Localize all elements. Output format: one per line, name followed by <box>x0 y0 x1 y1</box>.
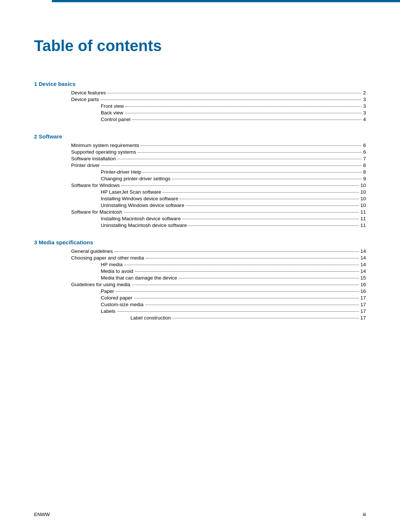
toc-entry-text: Minimum system requirements <box>71 143 139 148</box>
toc-dots <box>117 311 359 312</box>
toc-entry-text: Uninstalling Macintosh device software <box>101 222 187 228</box>
toc-entry: Colored paper17 <box>34 295 366 301</box>
toc-dots <box>125 113 362 113</box>
toc-entry: Media to avoid14 <box>34 268 366 274</box>
toc-page-number: 8 <box>363 169 366 175</box>
top-border-decoration <box>52 0 400 2</box>
toc-entry: Software installation7 <box>34 156 366 161</box>
toc-entry: Labels17 <box>34 308 366 314</box>
toc-entry-text: Back view <box>101 110 123 116</box>
toc-entry: Software for Macintosh11 <box>34 209 366 215</box>
toc-page-number: 10 <box>360 189 366 195</box>
footer-left: ENWW <box>34 512 50 517</box>
toc-entry-text: Installing Windows device software <box>101 196 178 201</box>
toc-entry: Minimum system requirements6 <box>34 143 366 148</box>
toc-dots <box>143 172 362 173</box>
toc-entry-text: Supported operating systems <box>71 149 136 155</box>
toc-entry: Custom-size media17 <box>34 302 366 307</box>
toc-page-number: 14 <box>360 255 366 261</box>
toc-page-number: 9 <box>363 176 366 181</box>
toc-page-number: 14 <box>360 268 366 274</box>
toc-page-number: 3 <box>363 110 366 116</box>
toc-dots <box>124 212 359 213</box>
toc-page-number: 11 <box>360 216 366 221</box>
toc-dots <box>182 219 359 219</box>
toc-dots <box>173 318 359 318</box>
toc-page-number: 8 <box>363 163 366 168</box>
toc-page-number: 10 <box>360 196 366 201</box>
toc-entry-text: Printer-driver Help <box>101 169 141 175</box>
toc-entry-text: General guidelines <box>71 248 113 254</box>
toc-entry-text: Guidelines for using media <box>71 282 130 287</box>
toc-entry: Printer driver8 <box>34 163 366 168</box>
toc-dots <box>163 192 359 193</box>
toc-dots <box>186 205 359 206</box>
toc-entry: Supported operating systems6 <box>34 149 366 155</box>
toc-dots <box>189 225 359 226</box>
toc-entry-text: Custom-size media <box>101 302 144 307</box>
toc-page-number: 11 <box>360 209 366 215</box>
toc-entry-text: Control panel <box>101 117 130 122</box>
toc-dots <box>146 258 359 258</box>
section-1: 1 Device basicsDevice features2Device pa… <box>34 81 366 122</box>
toc-entry: Control panel4 <box>34 117 366 122</box>
toc-entry-text: Software for Windows <box>71 183 120 188</box>
toc-entry-text: Label construction <box>130 315 171 321</box>
page: Table of contents 1 Device basicsDevice … <box>0 0 400 532</box>
toc-entry-text: Software installation <box>71 156 116 161</box>
toc-entry-text: Front view <box>101 103 124 109</box>
toc-page-number: 14 <box>360 248 366 254</box>
toc-dots <box>179 278 359 278</box>
footer-right: iii <box>363 512 366 517</box>
toc-dots <box>180 199 359 199</box>
toc-page-number: 16 <box>360 288 366 294</box>
toc-page-number: 2 <box>363 90 366 96</box>
toc-entry-text: Device features <box>71 90 106 96</box>
toc-entry: Printer-driver Help8 <box>34 169 366 175</box>
toc-dots <box>101 165 361 166</box>
toc-page-number: 11 <box>360 222 366 228</box>
section-header-2: 2 Software <box>34 133 366 140</box>
toc-entry: Device features2 <box>34 90 366 96</box>
toc-entry-text: Colored paper <box>101 295 133 301</box>
toc-page-number: 4 <box>363 117 366 122</box>
toc-dots <box>145 305 359 305</box>
toc-entry-text: Paper <box>101 288 114 294</box>
toc-entry-text: Printer driver <box>71 163 100 168</box>
toc-page-number: 16 <box>360 282 366 287</box>
toc-dots <box>134 298 359 298</box>
toc-container: 1 Device basicsDevice features2Device pa… <box>34 81 366 321</box>
toc-page-number: 3 <box>363 97 366 102</box>
toc-dots <box>114 251 359 252</box>
toc-dots <box>172 179 361 179</box>
toc-page-number: 3 <box>363 103 366 109</box>
toc-page-number: 17 <box>360 302 366 307</box>
toc-dots <box>135 271 359 272</box>
toc-entry: Paper16 <box>34 288 366 294</box>
toc-page-number: 10 <box>360 203 366 208</box>
toc-entry: Front view3 <box>34 103 366 109</box>
toc-entry: Software for Windows10 <box>34 183 366 188</box>
page-title: Table of contents <box>34 37 366 55</box>
footer: ENWW iii <box>34 512 366 517</box>
toc-page-number: 15 <box>360 275 366 281</box>
toc-entry-text: Software for Macintosh <box>71 209 122 215</box>
toc-entry: Changing printer-driver settings9 <box>34 176 366 181</box>
toc-entry-text: Changing printer-driver settings <box>101 176 170 181</box>
toc-entry: General guidelines14 <box>34 248 366 254</box>
title-section: Table of contents <box>34 37 366 58</box>
section-header-3: 3 Media specifications <box>34 239 366 245</box>
toc-entry-text: HP LaserJet Scan software <box>101 189 161 195</box>
toc-page-number: 10 <box>360 183 366 188</box>
section-2: 2 SoftwareMinimum system requirements6Su… <box>34 133 366 228</box>
toc-entry-text: Device parts <box>71 97 99 102</box>
toc-page-number: 7 <box>363 156 366 161</box>
toc-entry-text: HP media <box>101 262 123 267</box>
toc-entry: Guidelines for using media16 <box>34 282 366 287</box>
toc-page-number: 17 <box>360 315 366 321</box>
toc-page-number: 14 <box>360 262 366 267</box>
section-header-1: 1 Device basics <box>34 81 366 87</box>
toc-entry-text: Labels <box>101 308 116 314</box>
toc-page-number: 17 <box>360 295 366 301</box>
section-3: 3 Media specificationsGeneral guidelines… <box>34 239 366 321</box>
